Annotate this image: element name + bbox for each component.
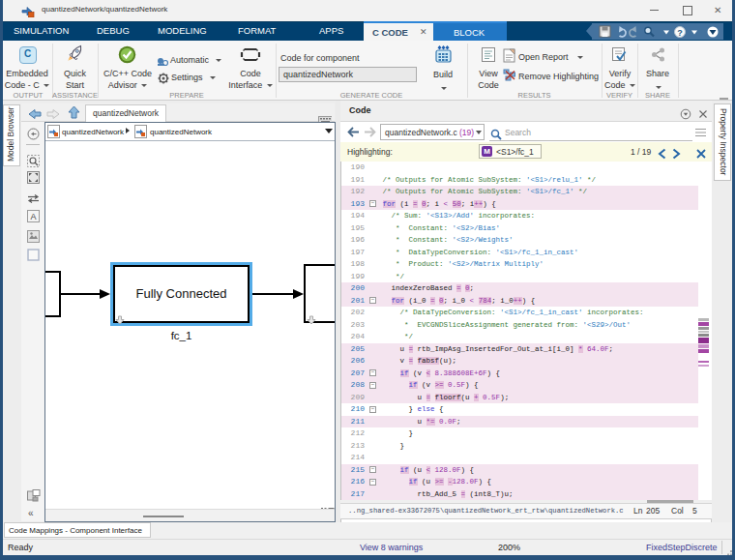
svg-text:A: A: [30, 212, 36, 221]
svg-text:?: ?: [677, 28, 683, 38]
